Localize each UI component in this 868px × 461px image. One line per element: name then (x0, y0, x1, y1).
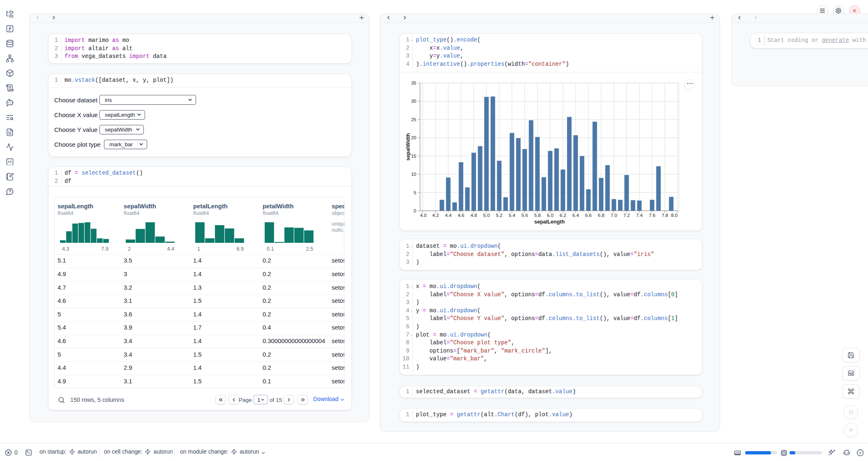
svg-text:5.0: 5.0 (483, 213, 490, 218)
svg-text:15: 15 (411, 154, 416, 159)
svg-text:5: 5 (414, 190, 416, 195)
svg-text:4.6: 4.6 (458, 213, 464, 218)
svg-text:7.8: 7.8 (662, 213, 668, 218)
svg-text:5.2: 5.2 (496, 213, 503, 218)
svg-text:6.0: 6.0 (547, 213, 554, 218)
svg-text:6.8: 6.8 (598, 213, 605, 218)
svg-text:sepalWidth: sepalWidth (405, 133, 411, 161)
svg-text:7.0: 7.0 (611, 213, 617, 218)
svg-text:30: 30 (411, 99, 416, 104)
svg-text:6.2: 6.2 (560, 213, 566, 218)
svg-text:35: 35 (411, 81, 416, 85)
svg-text:20: 20 (411, 135, 416, 140)
svg-text:4.8: 4.8 (471, 213, 477, 218)
svg-text:4.2: 4.2 (432, 213, 439, 218)
svg-text:7.4: 7.4 (636, 213, 643, 218)
svg-text:8.0: 8.0 (671, 213, 678, 218)
svg-text:6.4: 6.4 (573, 213, 579, 218)
svg-text:10: 10 (411, 172, 416, 177)
svg-text:7.2: 7.2 (623, 213, 630, 218)
svg-text:5.4: 5.4 (509, 213, 516, 218)
svg-text:0: 0 (414, 208, 416, 213)
svg-text:5.8: 5.8 (534, 213, 541, 218)
svg-text:5.6: 5.6 (522, 213, 528, 218)
svg-text:4.4: 4.4 (445, 213, 452, 218)
svg-text:6.6: 6.6 (585, 213, 592, 218)
svg-text:4.0: 4.0 (420, 213, 427, 218)
svg-text:25: 25 (411, 117, 416, 122)
svg-text:sepalLength: sepalLength (534, 219, 565, 225)
svg-text:7.6: 7.6 (649, 213, 656, 218)
